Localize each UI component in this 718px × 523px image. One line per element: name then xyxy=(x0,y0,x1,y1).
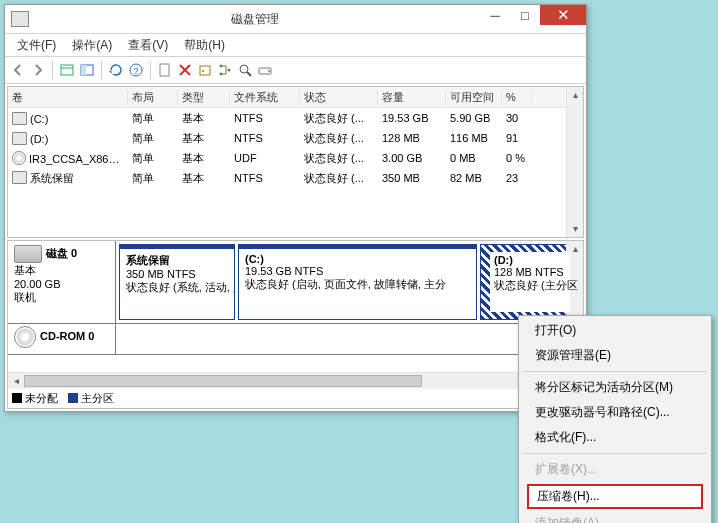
back-icon[interactable] xyxy=(9,61,27,79)
maximize-button[interactable]: □ xyxy=(510,5,540,25)
disk-management-window: 磁盘管理 ─ □ ✕ 文件(F) 操作(A) 查看(V) 帮助(H) ? 卷 xyxy=(4,4,587,412)
svg-line-13 xyxy=(247,72,251,76)
drive-icon[interactable] xyxy=(256,61,274,79)
ctx-add-mirror: 添加镜像(A)... xyxy=(521,511,709,523)
properties-icon[interactable] xyxy=(196,61,214,79)
top-pane-scrollbar[interactable]: ▴ ▾ xyxy=(566,87,583,237)
svg-rect-3 xyxy=(81,65,86,75)
col-status[interactable]: 状态 xyxy=(300,90,378,105)
refresh-icon[interactable] xyxy=(107,61,125,79)
console-icon[interactable] xyxy=(78,61,96,79)
cdrom-icon xyxy=(14,326,36,348)
disk-size: 20.00 GB xyxy=(14,278,109,290)
col-type[interactable]: 类型 xyxy=(178,90,230,105)
disk-head[interactable]: 磁盘 0 基本 20.00 GB 联机 xyxy=(8,241,116,323)
scroll-thumb[interactable] xyxy=(24,375,422,387)
menu-view[interactable]: 查看(V) xyxy=(120,35,176,56)
partition-system-reserved[interactable]: 系统保留 350 MB NTFS 状态良好 (系统, 活动, 主 xyxy=(119,244,235,320)
ctx-format[interactable]: 格式化(F)... xyxy=(521,425,709,450)
col-volume[interactable]: 卷 xyxy=(8,90,128,105)
view-icon[interactable] xyxy=(58,61,76,79)
context-menu: 打开(O) 资源管理器(E) 将分区标记为活动分区(M) 更改驱动器号和路径(C… xyxy=(518,315,712,523)
svg-point-11 xyxy=(228,69,231,72)
partition-c[interactable]: (C:) 19.53 GB NTFS 状态良好 (启动, 页面文件, 故障转储,… xyxy=(238,244,477,320)
partition-size: 19.53 GB NTFS xyxy=(245,265,323,277)
legend-primary-label: 主分区 xyxy=(81,392,114,404)
doc-icon[interactable] xyxy=(156,61,174,79)
search-icon[interactable] xyxy=(236,61,254,79)
menu-help[interactable]: 帮助(H) xyxy=(176,35,233,56)
graphical-view-pane: 磁盘 0 基本 20.00 GB 联机 系统保留 350 MB NTFS 状态良… xyxy=(7,240,584,409)
svg-rect-0 xyxy=(61,65,73,75)
window-title: 磁盘管理 xyxy=(29,11,480,28)
ctx-mark-active[interactable]: 将分区标记为活动分区(M) xyxy=(521,375,709,400)
titlebar[interactable]: 磁盘管理 ─ □ ✕ xyxy=(5,5,586,34)
partition-title: (C:) xyxy=(245,253,264,265)
disk-status: 联机 xyxy=(14,290,109,305)
ctx-explorer[interactable]: 资源管理器(E) xyxy=(521,343,709,368)
volume-icon xyxy=(12,171,27,184)
table-row[interactable]: (C:)简单基本NTFS状态良好 (...19.53 GB5.90 GB30 xyxy=(8,108,583,128)
col-capacity[interactable]: 容量 xyxy=(378,90,446,105)
disk-name: 磁盘 0 xyxy=(46,247,77,259)
col-free[interactable]: 可用空间 xyxy=(446,90,502,105)
content: 卷 布局 类型 文件系统 状态 容量 可用空间 % (C:)简单基本NTFS状态… xyxy=(5,84,586,411)
cdrom-head[interactable]: CD-ROM 0 xyxy=(8,324,116,354)
svg-point-12 xyxy=(240,65,248,73)
scroll-up-icon[interactable]: ▴ xyxy=(567,87,583,103)
scroll-down-icon[interactable]: ▾ xyxy=(567,221,583,237)
partition-size: 350 MB NTFS xyxy=(126,268,196,280)
col-layout[interactable]: 布局 xyxy=(128,90,178,105)
partition-status: 状态良好 (系统, 活动, 主 xyxy=(126,281,235,293)
minimize-button[interactable]: ─ xyxy=(480,5,510,25)
col-filesystem[interactable]: 文件系统 xyxy=(230,90,300,105)
scroll-left-icon[interactable]: ◂ xyxy=(8,373,24,389)
delete-icon[interactable] xyxy=(176,61,194,79)
col-percent[interactable]: % xyxy=(502,91,532,103)
ctx-change-letter[interactable]: 更改驱动器号和路径(C)... xyxy=(521,400,709,425)
legend-primary-icon xyxy=(68,393,78,403)
legend-unallocated-label: 未分配 xyxy=(25,392,58,404)
volume-list-pane: 卷 布局 类型 文件系统 状态 容量 可用空间 % (C:)简单基本NTFS状态… xyxy=(7,86,584,238)
partition-status: 状态良好 (主分区 xyxy=(494,279,578,291)
menubar: 文件(F) 操作(A) 查看(V) 帮助(H) xyxy=(5,34,586,57)
cd-icon xyxy=(12,151,26,165)
forward-icon[interactable] xyxy=(29,61,47,79)
table-header: 卷 布局 类型 文件系统 状态 容量 可用空间 % xyxy=(8,87,583,108)
volume-icon xyxy=(12,132,27,145)
cdrom-row: CD-ROM 0 xyxy=(8,324,583,355)
svg-point-15 xyxy=(268,70,270,72)
svg-text:?: ? xyxy=(133,66,138,76)
volume-icon xyxy=(12,112,27,125)
disk-row: 磁盘 0 基本 20.00 GB 联机 系统保留 350 MB NTFS 状态良… xyxy=(8,241,583,324)
partition-title: 系统保留 xyxy=(126,254,170,266)
table-row[interactable]: IR3_CCSA_X86FR...简单基本UDF状态良好 (...3.00 GB… xyxy=(8,148,583,168)
legend: 未分配 主分区 xyxy=(8,389,583,408)
svg-rect-7 xyxy=(200,66,210,75)
legend-unallocated-icon xyxy=(12,393,22,403)
menu-file[interactable]: 文件(F) xyxy=(9,35,64,56)
partition-status: 状态良好 (启动, 页面文件, 故障转储, 主分 xyxy=(245,278,446,290)
tree-icon[interactable] xyxy=(216,61,234,79)
app-icon xyxy=(11,11,29,27)
table-row[interactable]: (D:)简单基本NTFS状态良好 (...128 MB116 MB91 xyxy=(8,128,583,148)
close-button[interactable]: ✕ xyxy=(540,5,586,25)
ctx-open[interactable]: 打开(O) xyxy=(521,318,709,343)
ctx-extend: 扩展卷(X)... xyxy=(521,457,709,482)
menu-action[interactable]: 操作(A) xyxy=(64,35,120,56)
svg-rect-6 xyxy=(160,64,169,76)
cdrom-name: CD-ROM 0 xyxy=(40,330,94,342)
partition-d[interactable]: (D:) 128 MB NTFS 状态良好 (主分区 xyxy=(480,244,580,320)
ctx-shrink[interactable]: 压缩卷(H)... xyxy=(527,484,703,509)
disk-type: 基本 xyxy=(14,263,109,278)
table-row[interactable]: 系统保留简单基本NTFS状态良好 (...350 MB82 MB23 xyxy=(8,168,583,188)
partition-size: 128 MB NTFS xyxy=(494,266,564,278)
disk-icon xyxy=(14,245,42,263)
partition-title: (D:) xyxy=(494,254,513,266)
bottom-scrollbar-h[interactable]: ◂ ▸ xyxy=(8,372,583,389)
help-icon[interactable]: ? xyxy=(127,61,145,79)
toolbar: ? xyxy=(5,57,586,84)
svg-point-8 xyxy=(202,70,204,72)
